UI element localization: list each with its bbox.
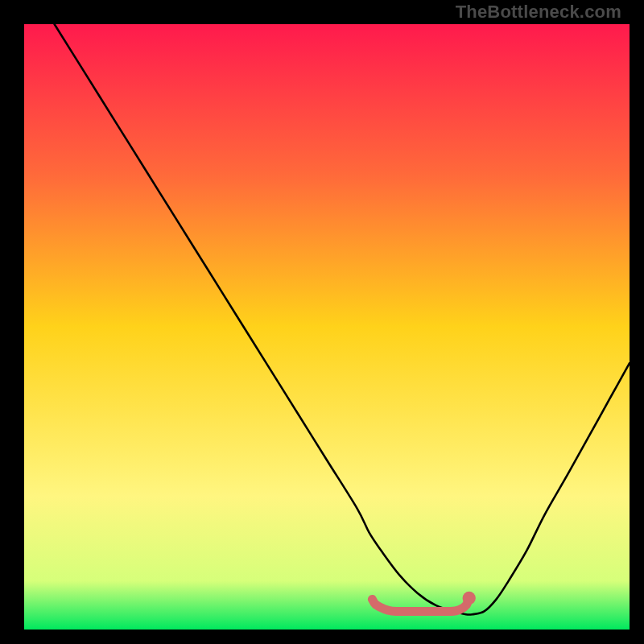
chart-frame: TheBottleneck.com — [0, 0, 644, 644]
bottleneck-chart — [0, 0, 644, 644]
gradient-background — [24, 24, 630, 630]
optimal-range-end-dot — [463, 592, 476, 605]
